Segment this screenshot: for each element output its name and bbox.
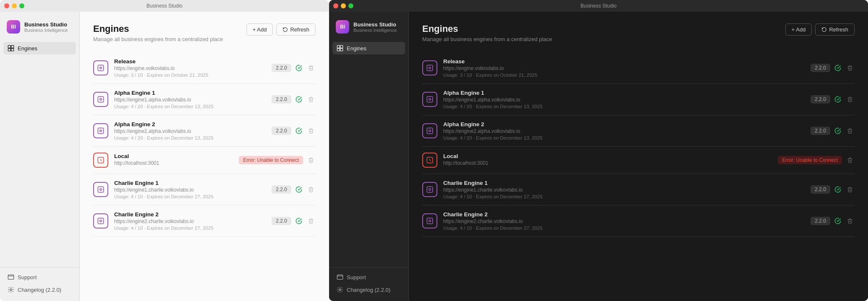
sidebar-item-support-dark[interactable]: Support (332, 271, 405, 283)
delete-button[interactable] (845, 126, 855, 135)
minimize-button-light[interactable] (12, 3, 17, 8)
svg-point-22 (339, 289, 341, 291)
refresh-icon-light (282, 27, 288, 32)
engine-item: Local http://localhost:3001 Error: Unabl… (422, 147, 855, 174)
changelog-icon-light (8, 286, 14, 293)
engine-info: Alpha Engine 1 https://engine1.alpha.vol… (443, 90, 810, 109)
sidebar-item-changelog-light[interactable]: Changelog (2.2.0) (3, 283, 76, 296)
status-check (834, 64, 842, 72)
delete-button[interactable] (306, 216, 316, 226)
engine-item: Charlie Engine 2 https://engine2.charlie… (93, 205, 316, 237)
brand-sub-light: Business Intelligence (24, 28, 68, 33)
svg-point-14 (100, 189, 102, 191)
engine-info: Alpha Engine 1 https://engine1.alpha.vol… (114, 90, 272, 109)
support-label-dark: Support (347, 274, 366, 280)
delete-button[interactable] (845, 95, 855, 104)
delete-icon (847, 65, 853, 71)
status-check (295, 64, 303, 72)
svg-rect-10 (98, 128, 104, 134)
engine-name: Release (443, 58, 810, 65)
engine-meta: Usage: 4 / 10 · Expires on December 27, … (114, 194, 272, 199)
brand-text-dark: Business Studio Business Intelligence (353, 21, 397, 33)
svg-rect-3 (11, 49, 14, 51)
traffic-lights-light (4, 3, 24, 8)
engine-url: http://localhost:3001 (114, 160, 239, 166)
delete-icon (308, 218, 314, 224)
engine-info: Local http://localhost:3001 (443, 153, 778, 167)
engine-status: Error: Unable to Connect (778, 156, 855, 165)
delete-icon (308, 96, 314, 102)
engine-icon (422, 153, 437, 168)
maximize-button-light[interactable] (19, 3, 24, 8)
app-layout-light: BI Business Studio Business Intelligence… (0, 12, 329, 301)
version-badge: 2.2.0 (272, 127, 291, 135)
sidebar-item-engines-dark[interactable]: Engines (332, 42, 405, 54)
close-button-light[interactable] (4, 3, 9, 8)
engine-name: Alpha Engine 1 (443, 90, 810, 96)
main-content-light: Engines Manage all business engines from… (80, 12, 329, 301)
engine-status: 2.2.0 (810, 63, 855, 73)
refresh-button-light[interactable]: Refresh (276, 23, 316, 36)
main-content-dark: Engines Manage all business engines from… (409, 12, 868, 301)
page-subtitle-dark: Manage all business engines from a centr… (422, 36, 552, 42)
status-check (834, 217, 842, 225)
sidebar-bottom-dark: Support Changelog (2.2.0) (329, 267, 408, 296)
check-icon (834, 127, 841, 134)
check-icon (834, 218, 841, 224)
changelog-label-light: Changelog (2.2.0) (18, 287, 61, 293)
engine-item: Alpha Engine 1 https://engine1.alpha.vol… (422, 84, 855, 115)
sidebar-item-engines-light[interactable]: Engines (3, 42, 76, 54)
page-header-dark: Engines Manage all business engines from… (422, 23, 855, 42)
delete-button[interactable] (306, 185, 316, 194)
svg-point-33 (429, 220, 431, 222)
engine-icon (93, 60, 108, 75)
engine-info: Release https://engine.volkovlabs.io Usa… (443, 58, 810, 78)
svg-rect-21 (337, 275, 342, 280)
brand-sub-dark: Business Intelligence (353, 28, 397, 33)
sidebar-nav-light: Engines (0, 42, 79, 267)
engine-item: Charlie Engine 1 https://engine1.charlie… (422, 174, 855, 205)
check-icon (834, 186, 841, 193)
engine-url: https://engine1.charlie.volkovlabs.io (443, 187, 810, 193)
engine-name: Alpha Engine 2 (114, 121, 272, 127)
svg-rect-23 (427, 65, 433, 71)
status-check (295, 185, 303, 194)
svg-rect-20 (340, 49, 343, 51)
close-button-dark[interactable] (333, 3, 338, 8)
engine-url: https://engine2.alpha.volkovlabs.io (114, 128, 272, 134)
version-badge: 2.2.0 (272, 185, 291, 194)
version-badge: 2.2.0 (810, 217, 830, 225)
sidebar-item-support-light[interactable]: Support (3, 271, 76, 283)
refresh-button-dark[interactable]: Refresh (815, 23, 855, 36)
delete-button[interactable] (306, 126, 316, 135)
minimize-button-dark[interactable] (341, 3, 346, 8)
add-button-dark[interactable]: + Add (785, 23, 812, 36)
sidebar-item-changelog-dark[interactable]: Changelog (2.2.0) (332, 283, 405, 296)
maximize-button-dark[interactable] (348, 3, 353, 8)
app-layout-dark: BI Business Studio Business Intelligence… (329, 12, 868, 301)
delete-button[interactable] (845, 63, 855, 73)
engine-icon (422, 60, 437, 75)
delete-button[interactable] (845, 216, 855, 226)
delete-button[interactable] (306, 95, 316, 104)
add-button-light[interactable]: + Add (246, 23, 273, 36)
status-check (834, 95, 842, 104)
engine-status: 2.2.0 (810, 126, 855, 135)
engine-status: 2.2.0 (272, 63, 316, 73)
version-badge: 2.2.0 (272, 95, 291, 104)
delete-button[interactable] (845, 185, 855, 194)
delete-button[interactable] (845, 156, 855, 165)
check-icon (295, 127, 302, 134)
window-title-dark: Business Studio (580, 3, 617, 9)
brand-logo-light: BI (7, 20, 20, 34)
engines-icon-light (8, 45, 14, 52)
header-actions-light: + Add Refresh (246, 23, 316, 36)
delete-icon (847, 96, 853, 102)
svg-point-16 (100, 220, 102, 222)
svg-rect-1 (11, 45, 14, 48)
delete-button[interactable] (306, 63, 316, 73)
delete-button[interactable] (306, 156, 316, 165)
svg-rect-4 (8, 275, 13, 280)
engines-icon-dark (337, 45, 343, 52)
engine-icon (93, 182, 108, 197)
